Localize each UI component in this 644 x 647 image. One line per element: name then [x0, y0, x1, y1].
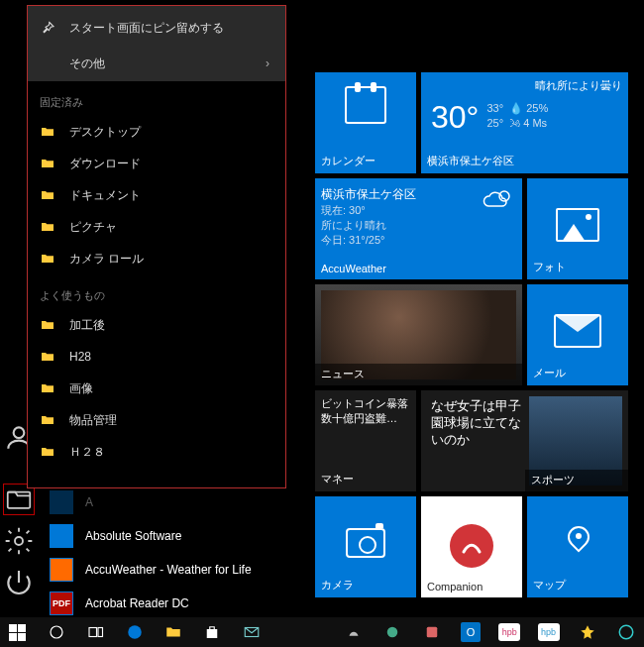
folder-icon	[40, 444, 55, 460]
explorer-jump-list: スタート画面にピン留めする その他 › 固定済み デスクトップ ダウンロード ド…	[27, 5, 286, 488]
pin-icon	[40, 20, 55, 36]
app-absolute-software[interactable]: Absolute Software	[50, 519, 297, 553]
start-tiles: カレンダー 晴れ所により曇り 30° 33° 💧 25% 25° 🌬 4 Ms …	[315, 72, 632, 597]
jump-frequent-3[interactable]: 物品管理	[28, 404, 285, 436]
pin-to-start-item[interactable]: スタート画面にピン留めする	[28, 10, 285, 46]
jump-frequent-1[interactable]: H28	[28, 341, 285, 373]
svg-point-10	[387, 627, 398, 638]
jump-pictures[interactable]: ピクチャ	[28, 211, 285, 243]
taskbar-hpb-2[interactable]: hpb	[531, 617, 566, 647]
folder-icon	[40, 380, 55, 396]
other-item[interactable]: その他 ›	[28, 46, 285, 81]
folder-icon	[40, 187, 55, 203]
money-tile[interactable]: ビットコイン暴落 数十億円盗難… マネー	[315, 390, 416, 491]
taskbar-app-2[interactable]	[376, 617, 410, 647]
accuweather-app-icon	[50, 558, 73, 582]
jump-downloads[interactable]: ダウンロード	[28, 148, 285, 179]
companion-icon	[450, 524, 493, 568]
svg-rect-5	[89, 628, 97, 637]
jump-frequent-0[interactable]: 加工後	[28, 309, 285, 341]
jump-frequent-2[interactable]: 画像	[28, 373, 285, 404]
svg-rect-1	[8, 492, 31, 508]
svg-rect-8	[207, 629, 218, 638]
taskbar-hpb-1[interactable]: hpb	[492, 617, 527, 647]
taskbar-app-4[interactable]	[570, 617, 604, 647]
svg-point-12	[620, 625, 634, 639]
app-acrobat[interactable]: PDFAcrobat Reader DC	[50, 587, 297, 620]
mail-icon	[554, 314, 601, 348]
news-tile[interactable]: ニュース	[315, 284, 522, 385]
folder-icon	[40, 251, 55, 267]
windows-logo-icon	[9, 624, 26, 641]
app-partial-row[interactable]: A	[50, 485, 297, 519]
photos-icon	[556, 208, 599, 242]
chevron-right-icon: ›	[266, 56, 269, 70]
taskbar-app-1[interactable]	[336, 617, 371, 647]
weather-tile[interactable]: 晴れ所により曇り 30° 33° 💧 25% 25° 🌬 4 Ms 横浜市保土ケ…	[421, 72, 628, 173]
svg-point-0	[14, 427, 25, 438]
jump-cameraroll[interactable]: カメラ ロール	[28, 243, 285, 274]
svg-rect-11	[426, 627, 437, 638]
taskbar-store[interactable]	[195, 617, 230, 647]
calendar-icon	[345, 86, 386, 124]
camera-tile[interactable]: カメラ	[315, 496, 416, 597]
folder-icon	[40, 156, 55, 171]
pinned-header: 固定済み	[28, 81, 285, 116]
taskbar-app-5[interactable]	[609, 617, 644, 647]
maps-tile[interactable]: マップ	[527, 496, 628, 597]
jump-documents[interactable]: ドキュメント	[28, 179, 285, 211]
taskbar-mail[interactable]	[234, 617, 268, 647]
accuweather-tile[interactable]: 横浜市保土ケ谷区 現在: 30° 所により晴れ 今日: 31°/25° Accu…	[315, 178, 522, 279]
start-button[interactable]	[0, 617, 35, 647]
map-pin-icon	[558, 526, 597, 566]
start-menu: スタート画面にピン留めする その他 › 固定済み デスクトップ ダウンロード ド…	[0, 0, 644, 617]
taskbar-explorer[interactable]	[156, 617, 190, 647]
folder-icon	[40, 349, 55, 365]
folder-icon	[40, 124, 55, 140]
camera-icon	[346, 528, 385, 558]
app-accuweather[interactable]: AccuWeather - Weather for Life	[50, 553, 297, 587]
sports-tile[interactable]: なぜ女子は甲子園球場に立てないのか スポーツ	[421, 390, 628, 491]
other-label: その他	[69, 55, 105, 72]
folder-icon	[50, 524, 73, 548]
taskbar-app-3[interactable]	[414, 617, 449, 647]
folder-icon	[40, 317, 55, 333]
cloud-sun-icon	[483, 188, 514, 210]
frequent-header: よく使うもの	[28, 274, 285, 309]
task-view-button[interactable]	[78, 617, 113, 647]
jump-desktop[interactable]: デスクトップ	[28, 116, 285, 148]
svg-point-4	[51, 626, 62, 638]
weather-temp: 30°	[427, 95, 479, 136]
photos-tile[interactable]: フォト	[527, 178, 628, 279]
apps-list: A Absolute Software AccuWeather - Weathe…	[50, 485, 297, 620]
pin-to-start-label: スタート画面にピン留めする	[69, 20, 224, 37]
taskbar-edge[interactable]	[117, 617, 152, 647]
jump-frequent-4[interactable]: Ｈ２８	[28, 436, 285, 468]
folder-icon	[40, 412, 55, 428]
calendar-tile[interactable]: カレンダー	[315, 72, 416, 173]
cortana-button[interactable]	[39, 617, 73, 647]
folder-icon	[40, 219, 55, 235]
settings-rail-icon[interactable]	[3, 525, 35, 557]
svg-rect-6	[98, 628, 103, 637]
taskbar: O hpb hpb	[0, 617, 644, 647]
svg-point-7	[128, 625, 142, 639]
companion-tile[interactable]: Companion	[421, 496, 522, 597]
taskbar-outlook[interactable]: O	[453, 617, 487, 647]
power-rail-icon[interactable]	[3, 567, 35, 598]
svg-point-2	[15, 537, 23, 545]
acrobat-app-icon: PDF	[50, 592, 73, 615]
mail-tile[interactable]: メール	[527, 284, 628, 385]
